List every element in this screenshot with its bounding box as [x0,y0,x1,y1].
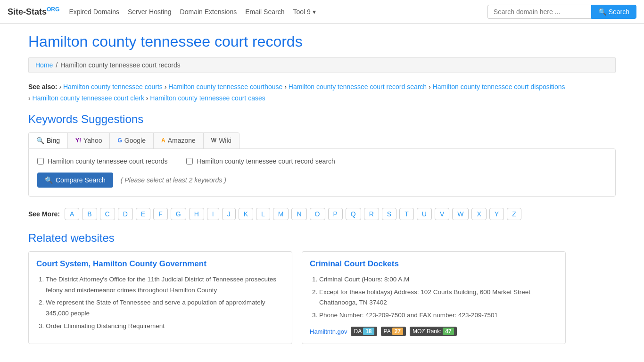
see-also-link-1[interactable]: Hamilton county tennessee courthouse [168,83,282,90]
keyword-label-1: Hamilton county tennessee court record s… [197,157,335,165]
alpha-k[interactable]: K [239,208,253,220]
card-title-1[interactable]: Criminal Court Dockets [310,259,558,269]
alpha-x[interactable]: X [471,208,486,220]
related-title: Related websites [28,231,616,245]
alpha-q[interactable]: Q [346,208,361,220]
compare-icon: 🔍 [45,176,53,184]
see-also-arrow: › [59,83,63,90]
alpha-f[interactable]: F [153,208,168,220]
alpha-j[interactable]: J [222,208,236,220]
alpha-w[interactable]: W [452,208,469,220]
keyword-checkbox-0[interactable] [37,158,44,165]
card-footer-1: Hamiltntn.gov DA 18 PA 27 MOZ Rank: 47 [310,327,558,336]
card-list-0: The District Attorney's Office for the 1… [36,274,284,332]
nav-email-search[interactable]: Email Search [245,8,284,16]
see-also-label: See also: [28,83,57,90]
alpha-u[interactable]: U [417,208,432,220]
nav-links: Expired Domains Server Hosting Domain Ex… [69,8,478,16]
pa-value: 27 [392,328,403,335]
alpha-z[interactable]: Z [507,208,521,220]
keywords-title: Keywords Suggestions [28,113,616,126]
alpha-d[interactable]: D [118,208,133,220]
badge-moz: MOZ Rank: 47 [410,327,457,336]
nav-expired-domains[interactable]: Expired Domains [69,8,119,16]
alpha-b[interactable]: B [82,208,97,220]
nav-tool[interactable]: Tool 9 ▾ [293,8,315,16]
card-title-0[interactable]: Court System, Hamilton County Government [36,259,284,269]
list-item: Except for these holidays) Address: 102 … [319,287,558,309]
alpha-l[interactable]: L [256,208,270,220]
search-form: 🔍 Search [487,5,636,19]
compare-search-button[interactable]: 🔍 Compare Search [37,173,113,188]
breadcrumb-current: Hamilton county tennessee court records [60,61,180,69]
see-also: See also: › Hamilton county tennessee co… [28,82,616,104]
card-list-1: Criminal Court (Hours: 8:00 A.M Except f… [310,274,558,321]
alpha-s[interactable]: S [382,208,396,220]
alpha-c[interactable]: C [100,208,115,220]
brand-suffix: ORG [47,6,59,13]
brand-name: Site-Stats [8,7,47,16]
list-item: Phone Number: 423-209-7500 and FAX numbe… [319,310,558,321]
alpha-g[interactable]: G [171,208,186,220]
list-item: We represent the State of Tennessee and … [46,297,284,319]
alpha-t[interactable]: T [399,208,414,220]
alpha-o[interactable]: O [310,208,325,220]
see-also-link-4[interactable]: Hamilton county tennessee court clerk [33,94,144,102]
see-more-label: See More: [28,210,60,218]
tab-amazone[interactable]: A Amazone [154,133,204,148]
wiki-icon: W [211,137,216,144]
alpha-i[interactable]: I [207,208,219,220]
alphabet-bar: See More: A B C D E F G H I J K L M N O … [28,208,616,220]
da-value: 18 [363,328,374,335]
compare-button-label: Compare Search [56,176,106,184]
search-icon: 🔍 [598,8,606,16]
bing-icon: 🔍 [36,137,44,144]
nav-server-hosting[interactable]: Server Hosting [128,8,172,16]
alpha-m[interactable]: M [273,208,289,220]
tab-google[interactable]: G Google [110,133,154,148]
keyword-checkbox-1[interactable] [186,158,193,165]
badge-pa: PA 27 [381,327,406,336]
yahoo-icon: Y! [75,137,81,144]
list-item: Criminal Court (Hours: 8:00 A.M [319,274,558,285]
nav-domain-extensions[interactable]: Domain Extensions [180,8,237,16]
navbar: Site-StatsORG Expired Domains Server Hos… [0,0,644,24]
google-icon: G [117,137,122,144]
tab-wiki[interactable]: W Wiki [204,133,239,148]
alpha-v[interactable]: V [435,208,449,220]
list-item: The District Attorney's Office for the 1… [46,274,284,296]
see-also-link-2[interactable]: Hamilton county tennessee court record s… [289,83,427,90]
see-also-link-0[interactable]: Hamilton county tennessee courts [63,83,163,90]
search-button[interactable]: 🔍 Search [591,5,636,19]
keyword-tabs: 🔍 Bing Y! Yahoo G Google A Amazone W Wik… [28,132,239,148]
search-input[interactable] [487,5,591,19]
badge-da: DA 18 [351,327,377,336]
alpha-a[interactable]: A [65,208,79,220]
amazone-icon: A [161,137,165,144]
alpha-y[interactable]: Y [489,208,504,220]
compare-hint: ( Please select at least 2 keywords ) [121,176,226,184]
site-logo[interactable]: Site-StatsORG [8,6,59,17]
alpha-h[interactable]: H [189,208,204,220]
alpha-p[interactable]: P [328,208,343,220]
related-card-0: Court System, Hamilton County Government… [28,251,292,345]
keywords-box: Hamilton county tennessee court records … [28,148,616,197]
breadcrumb: Home / Hamilton county tennessee court r… [28,57,616,73]
moz-value: 47 [443,328,454,335]
keyword-label-0: Hamilton county tennessee court records [48,157,167,165]
alpha-n[interactable]: N [291,208,306,220]
tab-bing[interactable]: 🔍 Bing [29,133,68,148]
keyword-row: Hamilton county tennessee court records … [37,157,607,165]
compare-row: 🔍 Compare Search ( Please select at leas… [37,173,607,188]
see-also-link-3[interactable]: Hamilton county tennessee court disposit… [433,83,565,90]
tab-yahoo[interactable]: Y! Yahoo [68,133,110,148]
breadcrumb-separator: / [56,61,58,69]
alpha-r[interactable]: R [364,208,379,220]
keyword-item-1: Hamilton county tennessee court record s… [186,157,335,165]
breadcrumb-home[interactable]: Home [35,61,53,69]
see-also-link-5[interactable]: Hamilton county tennessee court cases [150,94,265,102]
related-card-1: Criminal Court Dockets Criminal Court (H… [302,251,566,345]
alpha-e[interactable]: E [136,208,150,220]
search-button-label: Search [609,8,629,16]
card-domain-1[interactable]: Hamiltntn.gov [310,328,347,335]
